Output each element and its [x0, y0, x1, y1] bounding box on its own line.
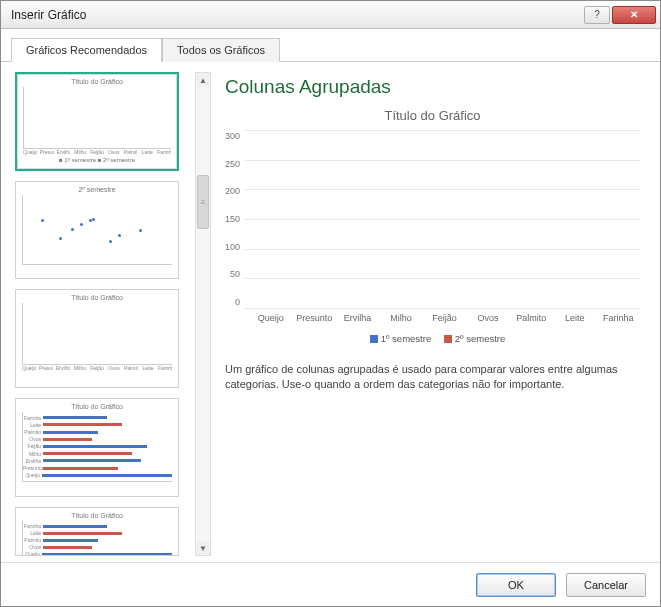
legend-label-2: 2º semestre — [455, 333, 505, 344]
thumb-title: Título do Gráfico — [23, 78, 171, 85]
scroll-thumb[interactable] — [197, 175, 209, 229]
titlebar[interactable]: Inserir Gráfico ? ✕ — [1, 1, 660, 29]
tab-recommended[interactable]: Gráficos Recomendados — [11, 38, 162, 62]
chart-description: Um gráfico de colunas agrupadas é usado … — [225, 362, 640, 392]
x-tick-label: Ervilha — [336, 313, 379, 323]
y-axis: 0 50 100 150 200 250 300 — [225, 131, 244, 309]
cancel-button[interactable]: Cancelar — [566, 573, 646, 597]
dialog-footer: OK Cancelar — [1, 562, 660, 606]
thumb-clustered-column[interactable]: Título do Gráfico QueijoPresuntoErvilhaM… — [15, 72, 179, 171]
tab-all-charts[interactable]: Todos os Gráficos — [162, 38, 280, 62]
x-tick-label: Milho — [379, 313, 422, 323]
thumb-mini-chart — [22, 303, 172, 365]
ok-button[interactable]: OK — [476, 573, 556, 597]
thumb-xlabels: QueijoPresuntoErvilhaMilhoFeijãoOvosPalm… — [22, 365, 172, 371]
dialog-body: Título do Gráfico QueijoPresuntoErvilhaM… — [1, 62, 660, 562]
thumb-title: Título do Gráfico — [22, 512, 172, 519]
x-tick-label: Leite — [553, 313, 596, 323]
chart-preview[interactable]: Título do Gráfico 0 50 100 150 200 250 3… — [225, 108, 640, 344]
legend: 1º semestre 2º semestre — [225, 333, 640, 344]
thumb-title: 2º semestre — [22, 186, 172, 193]
thumb-scatter[interactable]: 2º semestre — [15, 181, 179, 280]
preview-pane: Colunas Agrupadas Título do Gráfico 0 50… — [215, 72, 646, 556]
legend-swatch-blue — [370, 335, 378, 343]
thumb-clustered-column-2[interactable]: Título do Gráfico QueijoPresuntoErvilhaM… — [15, 289, 179, 388]
plot-area — [244, 131, 640, 309]
x-tick-label: Ovos — [466, 313, 509, 323]
help-button[interactable]: ? — [584, 6, 610, 24]
x-tick-label: Farinha — [597, 313, 640, 323]
thumbnail-list: Título do Gráfico QueijoPresuntoErvilhaM… — [15, 72, 191, 556]
thumb-legend: ■ 1º semestre ■ 2º semestre — [23, 157, 171, 163]
chart-title: Título do Gráfico — [225, 108, 640, 123]
thumb-clustered-bar[interactable]: Título do Gráfico Farinha Leite Palmito … — [15, 398, 179, 497]
scroll-up-icon[interactable]: ▲ — [196, 73, 210, 87]
legend-label-1: 1º semestre — [381, 333, 431, 344]
thumb-title: Título do Gráfico — [22, 294, 172, 301]
x-tick-label: Queijo — [249, 313, 292, 323]
thumb-mini-chart: Farinha Leite Palmito Ovos Queijo — [22, 521, 172, 556]
bars — [244, 131, 640, 309]
thumb-mini-chart — [23, 87, 171, 149]
x-axis: QueijoPresuntoErvilhaMilhoFeijãoOvosPalm… — [225, 313, 640, 323]
thumb-title: Título do Gráfico — [22, 403, 172, 410]
tabs-row: Gráficos Recomendados Todos os Gráficos — [1, 29, 660, 62]
thumb-xlabels: QueijoPresuntoErvilhaMilhoFeijãoOvosPalm… — [23, 149, 171, 155]
insert-chart-dialog: Inserir Gráfico ? ✕ Gráficos Recomendado… — [0, 0, 661, 607]
thumb-mini-chart — [22, 195, 172, 265]
x-tick-label: Feijão — [423, 313, 466, 323]
thumb-clustered-bar-2[interactable]: Título do Gráfico Farinha Leite Palmito … — [15, 507, 179, 556]
x-tick-label: Palmito — [510, 313, 553, 323]
chart-type-heading: Colunas Agrupadas — [225, 76, 640, 98]
thumb-mini-chart: Farinha Leite Palmito Ovos Feijão Milho … — [22, 412, 172, 482]
close-button[interactable]: ✕ — [612, 6, 656, 24]
scroll-down-icon[interactable]: ▼ — [196, 541, 210, 555]
dialog-title: Inserir Gráfico — [11, 8, 584, 22]
legend-swatch-red — [444, 335, 452, 343]
scroll-track[interactable] — [196, 87, 210, 541]
x-tick-label: Presunto — [292, 313, 335, 323]
thumbnail-scrollbar[interactable]: ▲ ▼ — [195, 72, 211, 556]
